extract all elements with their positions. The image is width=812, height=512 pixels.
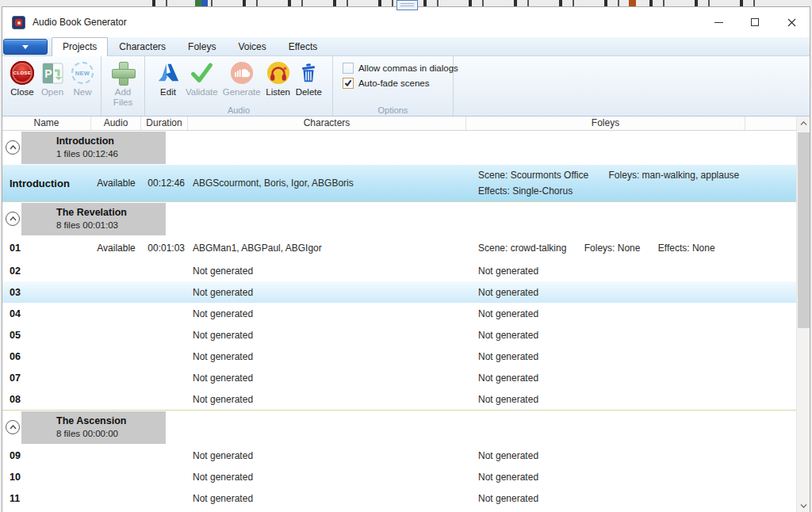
table-row-04[interactable]: 04 Not generated Not generated: [2, 303, 796, 324]
cell-foleys: Not generated: [466, 308, 745, 319]
tab-voices[interactable]: Voices: [227, 37, 277, 55]
group-title: Introduction: [56, 135, 166, 148]
cell-foleys: Not generated: [466, 493, 745, 504]
tab-projects[interactable]: Projects: [52, 37, 108, 56]
table-row-introduction[interactable]: Introduction Available 00:12:46 ABGScour…: [2, 165, 796, 201]
cell-name: 11: [2, 493, 91, 504]
group-header-the-revelation[interactable]: The Revelation 8 files 00:01:03: [2, 202, 796, 236]
screen: Audio Book Generator Projects: [0, 0, 812, 512]
section-the-revelation: The Revelation 8 files 00:01:03 01 Avail…: [2, 201, 796, 410]
close-project-button[interactable]: CLOSE Close: [7, 58, 37, 97]
cell-name: 03: [2, 287, 91, 298]
close-icon-text: CLOSE: [13, 71, 32, 75]
close-window-button[interactable]: [773, 7, 810, 37]
table-row-11[interactable]: 11 Not generated Not generated: [2, 487, 796, 509]
background-window-icons: [136, 0, 755, 6]
close-label: Close: [10, 87, 33, 97]
column-header-duration[interactable]: Duration: [141, 117, 188, 130]
titlebar: Audio Book Generator: [2, 7, 810, 37]
app-menu-button[interactable]: [3, 39, 48, 55]
ribbon: CLOSE Close P Open: [2, 56, 810, 117]
cell-name: 05: [2, 330, 91, 341]
tab-effects[interactable]: Effects: [278, 37, 328, 55]
ribbon-group-options: Allow commas in dialogs Auto-fade scenes…: [333, 56, 454, 116]
cell-characters: Not generated: [188, 308, 466, 319]
background-popup-fragment: [396, 0, 418, 10]
open-label: Open: [41, 87, 63, 97]
audio-group-label: Audio: [145, 105, 332, 115]
foleys-value: Foleys: None: [584, 243, 641, 254]
tab-characters[interactable]: Characters: [108, 37, 177, 55]
listen-button[interactable]: Listen: [263, 58, 293, 97]
cell-name: 06: [2, 351, 91, 362]
table-row-08[interactable]: 08 Not generated Not generated: [2, 388, 796, 410]
maximize-button[interactable]: [737, 7, 773, 37]
effects-value: Effects: Single-Chorus: [478, 185, 573, 197]
table-row-02[interactable]: 02 Not generated Not generated: [2, 260, 796, 281]
table-row-10[interactable]: 10 Not generated Not generated: [2, 466, 796, 487]
group-box: The Revelation 8 files 00:01:03: [21, 203, 166, 235]
scroll-up-button[interactable]: [797, 117, 810, 129]
cell-foleys: Not generated: [466, 287, 745, 298]
allow-commas-checkbox[interactable]: Allow commas in dialogs: [343, 63, 458, 74]
scrollbar-thumb[interactable]: [798, 132, 810, 328]
tab-foleys[interactable]: Foleys: [177, 37, 227, 55]
open-icon: P: [42, 59, 63, 86]
edit-button[interactable]: Edit: [153, 58, 183, 97]
cell-characters: Not generated: [188, 287, 466, 298]
cell-duration: 00:01:03: [141, 243, 188, 254]
column-header-characters[interactable]: Characters: [188, 117, 466, 130]
ribbon-empty-space: [454, 56, 810, 116]
ribbon-group-add: Add Files: [102, 56, 145, 116]
cell-name: 02: [2, 266, 91, 277]
scroll-down-button[interactable]: [797, 499, 810, 512]
table-row-03[interactable]: 03 Not generated Not generated: [2, 281, 796, 303]
column-header-name[interactable]: Name: [2, 117, 91, 130]
cell-foleys: Not generated: [466, 266, 745, 277]
effects-value: Effects: None: [658, 243, 715, 254]
maximize-icon: [751, 18, 759, 26]
open-project-button[interactable]: P Open: [37, 58, 67, 97]
ribbon-tabstrip: Projects Characters Foleys Voices Effect…: [2, 37, 810, 56]
table-row-07[interactable]: 07 Not generated Not generated: [2, 367, 796, 388]
group-title: The Revelation: [56, 206, 166, 220]
background-image-fragment: [201, 0, 208, 6]
cell-name: 10: [2, 472, 91, 483]
table-row-05[interactable]: 05 Not generated Not generated: [2, 324, 796, 346]
window-title: Audio Book Generator: [33, 17, 127, 28]
add-files-button[interactable]: Add Files: [105, 58, 141, 108]
vertical-scrollbar[interactable]: [796, 117, 810, 512]
cell-name: Introduction: [2, 178, 91, 189]
options-group-label: Options: [333, 105, 453, 115]
generate-cloud-icon: [230, 59, 254, 86]
validate-button[interactable]: Validate: [183, 58, 220, 97]
delete-trash-icon: [297, 59, 320, 86]
table-row-09[interactable]: 09 Not generated Not generated: [2, 445, 796, 466]
delete-button[interactable]: Delete: [293, 58, 324, 97]
close-record-icon: CLOSE: [10, 59, 34, 86]
new-project-button[interactable]: NEW New: [67, 58, 98, 97]
chevron-up-icon: [10, 145, 17, 150]
table-row-01[interactable]: 01 Available 00:01:03 ABGMan1, ABGPaul, …: [2, 236, 796, 260]
collapse-group-button[interactable]: [6, 212, 20, 226]
cell-foleys: Not generated: [466, 330, 745, 341]
cell-duration: 00:12:46: [141, 178, 188, 189]
column-header-audio-state[interactable]: Audio State: [91, 117, 141, 130]
window-controls: [700, 7, 810, 37]
collapse-group-button[interactable]: [6, 140, 20, 155]
column-header-foleys[interactable]: Foleys: [466, 117, 745, 130]
group-header-the-ascension[interactable]: The Ascension 8 files 00:00:00: [2, 411, 796, 445]
chevron-down-icon: [22, 45, 29, 49]
auto-fade-checkbox[interactable]: Auto-fade scenes: [343, 78, 458, 89]
cell-characters: ABGMan1, ABGPaul, ABGIgor: [188, 243, 466, 254]
group-header-introduction[interactable]: Introduction 1 files 00:12:46: [2, 131, 796, 165]
table-row-06[interactable]: 06 Not generated Not generated: [2, 346, 796, 367]
cell-characters: ABGScourmont, Boris, Igor, ABGBoris: [188, 178, 466, 189]
generate-button[interactable]: Generate: [220, 58, 263, 97]
scene-value: Scene: Scourmonts Office: [478, 170, 588, 181]
close-icon: [787, 18, 796, 27]
collapse-group-button[interactable]: [6, 420, 20, 434]
minimize-button[interactable]: [700, 7, 737, 37]
edit-label: Edit: [160, 87, 176, 97]
group-box: The Ascension 8 files 00:00:00: [21, 411, 166, 444]
